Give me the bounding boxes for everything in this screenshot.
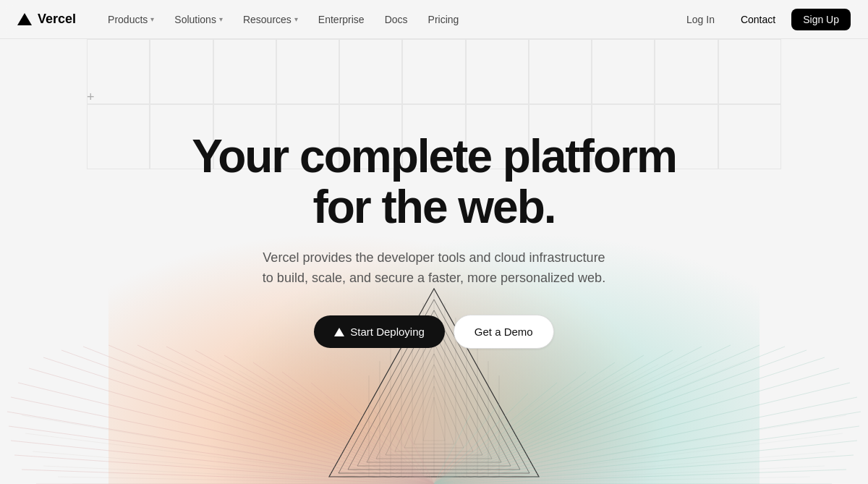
svg-line-48 bbox=[434, 470, 846, 484]
svg-line-65 bbox=[434, 372, 586, 484]
svg-line-54 bbox=[434, 383, 850, 484]
svg-marker-8 bbox=[404, 375, 464, 448]
svg-line-90 bbox=[434, 451, 835, 484]
svg-line-77 bbox=[152, 360, 434, 484]
svg-line-66 bbox=[434, 383, 557, 484]
svg-line-58 bbox=[434, 347, 785, 484]
svg-line-85 bbox=[383, 419, 434, 484]
svg-line-78 bbox=[181, 361, 434, 484]
svg-line-84 bbox=[354, 408, 434, 484]
svg-line-62 bbox=[434, 350, 673, 484]
hero-content: Your complete platform for the web. Verc… bbox=[166, 131, 702, 349]
svg-line-81 bbox=[268, 378, 434, 484]
svg-line-101 bbox=[434, 408, 514, 484]
svg-line-103 bbox=[434, 430, 459, 484]
svg-line-63 bbox=[434, 355, 644, 484]
svg-line-79 bbox=[210, 365, 434, 484]
svg-line-40 bbox=[224, 355, 434, 484]
svg-marker-10 bbox=[423, 397, 445, 441]
svg-line-38 bbox=[166, 347, 434, 484]
svg-line-82 bbox=[297, 387, 434, 484]
nav-item-enterprise[interactable]: Enterprise bbox=[310, 9, 373, 30]
svg-line-35 bbox=[83, 347, 434, 484]
hero-subtitle-line2: to build, scale, and secure a faster, mo… bbox=[263, 271, 605, 285]
svg-line-100 bbox=[434, 397, 542, 484]
svg-line-37 bbox=[137, 345, 434, 484]
svg-line-67 bbox=[434, 394, 528, 484]
svg-line-32 bbox=[29, 368, 434, 484]
start-deploying-button[interactable]: Start Deploying bbox=[314, 315, 445, 348]
svg-line-44 bbox=[340, 394, 434, 484]
login-button[interactable]: Log In bbox=[676, 9, 725, 30]
nav-item-resources[interactable]: Resources ▾ bbox=[234, 9, 307, 30]
svg-line-75 bbox=[22, 415, 434, 484]
svg-line-89 bbox=[434, 466, 825, 484]
logo[interactable]: Vercel bbox=[17, 12, 76, 27]
svg-line-93 bbox=[434, 361, 745, 484]
svg-line-46 bbox=[398, 415, 434, 484]
svg-line-95 bbox=[434, 361, 687, 484]
svg-marker-7 bbox=[395, 365, 473, 451]
svg-line-71 bbox=[58, 477, 434, 484]
svg-line-88 bbox=[434, 477, 810, 484]
svg-line-26 bbox=[14, 455, 434, 484]
chevron-down-icon: ▾ bbox=[294, 15, 298, 23]
svg-line-53 bbox=[434, 397, 857, 484]
svg-line-83 bbox=[326, 397, 434, 484]
svg-line-98 bbox=[434, 378, 600, 484]
svg-line-51 bbox=[434, 426, 859, 484]
triangle-icon bbox=[334, 328, 344, 336]
hero-section: + bbox=[0, 0, 868, 484]
svg-line-61 bbox=[434, 347, 702, 484]
svg-line-97 bbox=[434, 370, 629, 484]
svg-marker-9 bbox=[414, 386, 454, 444]
nav-right: Log In Contact Sign Up bbox=[676, 9, 851, 30]
svg-line-86 bbox=[409, 430, 434, 484]
hero-subtitle: Vercel provides the developer tools and … bbox=[263, 247, 605, 289]
svg-line-50 bbox=[434, 441, 857, 484]
svg-line-60 bbox=[434, 345, 731, 484]
nav-item-products[interactable]: Products ▾ bbox=[99, 9, 163, 30]
svg-line-74 bbox=[25, 433, 434, 484]
chevron-down-icon: ▾ bbox=[219, 15, 223, 23]
svg-line-91 bbox=[434, 433, 843, 484]
svg-line-25 bbox=[22, 470, 434, 484]
svg-line-55 bbox=[434, 368, 839, 484]
svg-line-43 bbox=[311, 383, 434, 484]
svg-line-73 bbox=[33, 451, 434, 484]
signup-button[interactable]: Sign Up bbox=[791, 9, 851, 30]
svg-line-76 bbox=[123, 361, 434, 484]
svg-line-33 bbox=[43, 357, 434, 484]
contact-button[interactable]: Contact bbox=[731, 9, 786, 30]
svg-line-31 bbox=[18, 383, 434, 484]
svg-marker-6 bbox=[386, 354, 482, 455]
nav-item-docs[interactable]: Docs bbox=[376, 9, 417, 30]
svg-line-56 bbox=[434, 357, 825, 484]
svg-line-28 bbox=[9, 426, 434, 484]
svg-line-27 bbox=[11, 441, 434, 484]
svg-line-52 bbox=[434, 412, 861, 484]
svg-line-69 bbox=[434, 415, 470, 484]
svg-line-39 bbox=[195, 350, 434, 484]
svg-marker-4 bbox=[367, 332, 501, 462]
get-demo-button[interactable]: Get a Demo bbox=[454, 315, 554, 349]
nav-item-pricing[interactable]: Pricing bbox=[420, 9, 468, 30]
svg-line-29 bbox=[7, 412, 434, 484]
svg-line-57 bbox=[434, 350, 807, 484]
svg-line-92 bbox=[434, 415, 846, 484]
svg-line-42 bbox=[282, 372, 434, 484]
svg-line-94 bbox=[434, 360, 716, 484]
svg-line-102 bbox=[434, 419, 485, 484]
svg-line-96 bbox=[434, 365, 658, 484]
svg-line-34 bbox=[61, 350, 434, 484]
svg-line-36 bbox=[109, 345, 434, 484]
svg-line-59 bbox=[434, 345, 760, 484]
hero-title: Your complete platform for the web. bbox=[166, 131, 702, 233]
svg-line-49 bbox=[434, 455, 854, 484]
grid-plus-icon: + bbox=[87, 90, 95, 105]
nav-item-solutions[interactable]: Solutions ▾ bbox=[166, 9, 231, 30]
chevron-down-icon: ▾ bbox=[150, 15, 154, 23]
svg-line-41 bbox=[253, 362, 434, 484]
svg-line-80 bbox=[239, 370, 434, 484]
logo-triangle-icon bbox=[17, 13, 32, 25]
